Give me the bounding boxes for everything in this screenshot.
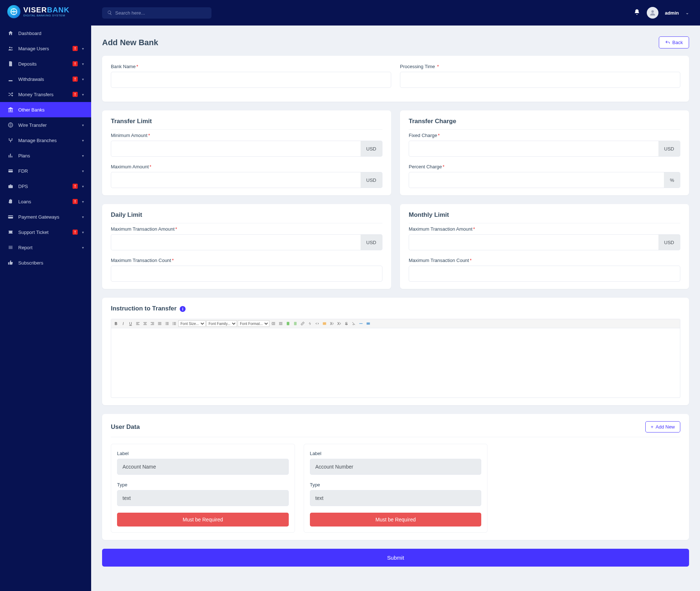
italic-button[interactable]: I xyxy=(120,320,127,327)
code-button[interactable] xyxy=(314,320,320,327)
topbar: admin ⌄ xyxy=(91,0,700,26)
sidebar-item-money-transfers[interactable]: Money Transfers ! ▾ xyxy=(0,87,91,102)
submit-button[interactable]: Submit xyxy=(102,549,689,567)
font-format-select[interactable]: Font Format... xyxy=(238,320,269,327)
nav: Dashboard Manage Users ! ▾ Deposits ! ▾ … xyxy=(0,23,91,270)
unlink-button[interactable] xyxy=(307,320,313,327)
daily-max-amount-label: Maximum Transaction Amount* xyxy=(111,226,177,232)
unordered-list-button[interactable] xyxy=(171,320,178,327)
sidebar-item-payment-gateways[interactable]: Payment Gateways ▾ xyxy=(0,209,91,224)
bold-button[interactable]: B xyxy=(113,320,119,327)
fixed-charge-input[interactable] xyxy=(409,141,658,157)
hr-button[interactable] xyxy=(358,320,364,327)
svg-rect-15 xyxy=(287,322,289,325)
ordered-list-button[interactable] xyxy=(164,320,170,327)
ud-type-input[interactable] xyxy=(117,490,289,506)
processing-time-input[interactable] xyxy=(400,72,680,88)
monthly-max-amount-input[interactable] xyxy=(409,234,658,250)
ud-type-input[interactable] xyxy=(310,490,482,506)
sidebar-item-plans[interactable]: Plans ▾ xyxy=(0,148,91,163)
card-icon xyxy=(7,168,14,174)
font-family-select[interactable]: Font Family... xyxy=(206,320,237,327)
sidebar-item-label: Support Ticket xyxy=(18,230,68,235)
monthly-max-count-label: Maximum Transaction Count* xyxy=(409,258,472,263)
align-justify-button[interactable] xyxy=(156,320,163,327)
info-icon[interactable]: i xyxy=(180,306,186,312)
min-amount-input[interactable] xyxy=(111,141,361,157)
hand-icon xyxy=(7,198,14,205)
sidebar-item-deposits[interactable]: Deposits ! ▾ xyxy=(0,56,91,71)
sidebar-item-wire-transfer[interactable]: Wire Transfer ▾ xyxy=(0,117,91,133)
alert-badge: ! xyxy=(73,92,78,97)
ud-label-input[interactable] xyxy=(117,459,289,475)
sidebar-item-manage-branches[interactable]: Manage Branches ▾ xyxy=(0,133,91,148)
sidebar-item-withdrawals[interactable]: Withdrawals ! ▾ xyxy=(0,71,91,87)
sidebar-item-label: Other Banks xyxy=(18,107,84,113)
bank-name-label: Bank Name* xyxy=(111,64,138,69)
sidebar-item-dashboard[interactable]: Dashboard xyxy=(0,26,91,41)
strikethrough-button[interactable]: S xyxy=(343,320,350,327)
image-button[interactable] xyxy=(321,320,328,327)
chevron-down-icon: ▾ xyxy=(82,154,84,158)
outdent-button[interactable] xyxy=(277,320,284,327)
must-required-button[interactable]: Must be Required xyxy=(117,513,289,527)
link-button[interactable] xyxy=(299,320,306,327)
monthly-max-amount-label: Maximum Transaction Amount* xyxy=(409,226,475,232)
avatar[interactable] xyxy=(647,7,658,19)
search-input[interactable] xyxy=(115,10,206,16)
svg-rect-16 xyxy=(294,322,297,325)
notifications-button[interactable] xyxy=(634,9,640,17)
currency-suffix: USD xyxy=(658,234,680,250)
logo[interactable]: VISERBANK DIGITAL BANKING SYSTEM xyxy=(0,0,91,23)
transfer-limit-title: Transfer Limit xyxy=(111,118,382,130)
ud-label-label: Label xyxy=(117,451,129,456)
sidebar-item-subscribers[interactable]: Subscribers xyxy=(0,255,91,270)
paste-button[interactable] xyxy=(285,320,291,327)
align-left-button[interactable] xyxy=(135,320,141,327)
chevron-down-icon: ▾ xyxy=(82,169,84,173)
wire-icon xyxy=(7,122,14,128)
sidebar-item-label: Loans xyxy=(18,199,68,204)
add-new-button[interactable]: + Add New xyxy=(645,421,680,433)
font-size-select[interactable]: Font Size... xyxy=(178,320,206,327)
percent-charge-input[interactable] xyxy=(409,172,664,188)
sidebar-item-report[interactable]: Report ▾ xyxy=(0,240,91,255)
editor-area[interactable] xyxy=(111,328,680,398)
ud-label-input[interactable] xyxy=(310,459,482,475)
svg-rect-10 xyxy=(8,216,13,217)
daily-max-amount-input[interactable] xyxy=(111,234,361,250)
align-right-button[interactable] xyxy=(149,320,156,327)
subscript-button[interactable]: X2 xyxy=(328,320,335,327)
currency-suffix: USD xyxy=(361,234,382,250)
superscript-button[interactable]: X2 xyxy=(336,320,342,327)
clear-format-button[interactable] xyxy=(350,320,357,327)
sidebar-item-fdr[interactable]: FDR ▾ xyxy=(0,163,91,179)
sidebar-item-other-banks[interactable]: Other Banks xyxy=(0,102,91,117)
align-center-button[interactable] xyxy=(142,320,148,327)
search-box[interactable] xyxy=(102,7,211,19)
user-data-title: User Data xyxy=(111,423,140,431)
video-button[interactable] xyxy=(365,320,372,327)
bank-name-input[interactable] xyxy=(111,72,391,88)
max-amount-input[interactable] xyxy=(111,172,361,188)
sidebar-item-label: Money Transfers xyxy=(18,92,68,97)
chevron-down-icon: ▾ xyxy=(82,62,84,66)
chevron-down-icon[interactable]: ⌄ xyxy=(685,10,689,15)
daily-max-count-input[interactable] xyxy=(111,266,382,282)
sidebar-item-dps[interactable]: DPS ! ▾ xyxy=(0,179,91,194)
sidebar-item-loans[interactable]: Loans ! ▾ xyxy=(0,194,91,209)
underline-button[interactable]: U xyxy=(127,320,134,327)
back-button[interactable]: Back xyxy=(659,36,689,48)
paste-text-button[interactable] xyxy=(292,320,299,327)
back-icon xyxy=(665,40,670,45)
indent-button[interactable] xyxy=(270,320,277,327)
monthly-max-count-input[interactable] xyxy=(409,266,680,282)
ud-type-label: Type xyxy=(117,482,127,488)
alert-badge: ! xyxy=(73,46,78,51)
svg-rect-9 xyxy=(8,215,13,219)
daily-limit-title: Daily Limit xyxy=(111,211,382,223)
sidebar-item-support-ticket[interactable]: Support Ticket ! ▾ xyxy=(0,224,91,240)
must-required-button[interactable]: Must be Required xyxy=(310,513,482,527)
currency-suffix: USD xyxy=(658,141,680,157)
sidebar-item-manage-users[interactable]: Manage Users ! ▾ xyxy=(0,41,91,56)
